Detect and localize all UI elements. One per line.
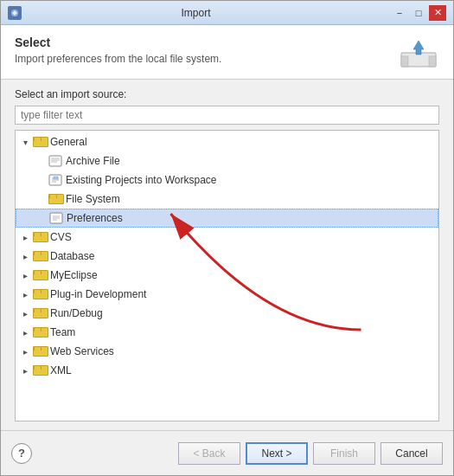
tree-label-existing-projects: Existing Projects into Workspace: [66, 174, 217, 186]
tree-item-cvs[interactable]: ▸ CVS: [16, 228, 438, 247]
expand-arrow-myeclipse: ▸: [19, 269, 31, 281]
tree-label-run-debug: Run/Debug: [50, 307, 103, 319]
svg-rect-3: [429, 56, 436, 67]
main-panel: Select an import source: ▾ General ▸: [1, 80, 453, 430]
tree-label-myeclipse: MyEclipse: [50, 269, 98, 281]
svg-rect-2: [401, 56, 408, 67]
back-button[interactable]: < Back: [178, 442, 240, 465]
folder-icon-general: [33, 136, 47, 148]
window-controls: − □ ✕: [391, 5, 446, 21]
expand-arrow-xml: ▸: [19, 364, 31, 376]
folder-icon-xml: [33, 364, 47, 376]
tree-label-preferences: Preferences: [67, 212, 123, 224]
tree-item-run-debug[interactable]: ▸ Run/Debug: [16, 304, 438, 323]
tree-item-web-services[interactable]: ▸ Web Services: [16, 342, 438, 361]
file-icon-preferences: [49, 212, 63, 224]
close-button[interactable]: ✕: [429, 5, 446, 21]
tree-item-archive-file[interactable]: ▸ Archive File: [16, 151, 438, 170]
tree-label-team: Team: [50, 326, 75, 338]
tree-label-database: Database: [50, 250, 94, 262]
expand-arrow-rundebug: ▸: [19, 307, 31, 319]
expand-arrow-plugin: ▸: [19, 288, 31, 300]
expand-arrow-web: ▸: [19, 345, 31, 357]
page-title: Select: [15, 35, 221, 49]
expand-arrow-team: ▸: [19, 326, 31, 338]
tree-item-preferences[interactable]: ▸ Preferences: [16, 209, 438, 228]
tree-label-general: General: [50, 136, 87, 148]
tree-item-team[interactable]: ▸ Team: [16, 323, 438, 342]
button-bar: ? < Back Next > Finish Cancel: [1, 430, 453, 475]
tree-item-existing-projects[interactable]: ▸ Existing Projects into Workspace: [16, 170, 438, 190]
maximize-button[interactable]: □: [410, 5, 427, 21]
folder-icon-rundebug: [33, 307, 47, 319]
file-icon-existing: [48, 174, 62, 186]
folder-icon-cvs: [33, 231, 47, 243]
folder-icon-database: [33, 250, 47, 262]
expand-arrow-cvs: ▸: [19, 231, 31, 243]
tree-label-xml: XML: [50, 364, 72, 376]
window-title: Import: [1, 7, 391, 19]
expand-arrow-database: ▸: [19, 250, 31, 262]
folder-icon-web: [33, 345, 47, 357]
tree-container[interactable]: ▾ General ▸: [15, 130, 439, 421]
svg-rect-5: [49, 156, 61, 166]
tree-item-xml[interactable]: ▸ XML: [16, 361, 438, 380]
tree-label-web-services: Web Services: [50, 345, 114, 357]
tree-label-file-system: File System: [66, 193, 120, 205]
folder-icon-filesystem: [48, 193, 62, 205]
tree-label-plugin-dev: Plug-in Development: [50, 288, 146, 300]
source-label: Select an import source:: [15, 88, 439, 100]
expand-arrow-general: ▾: [19, 136, 31, 148]
help-button[interactable]: ?: [11, 443, 32, 464]
file-icon-archive: [48, 155, 62, 167]
svg-rect-10: [54, 177, 58, 179]
page-description: Import preferences from the local file s…: [15, 53, 221, 65]
tree-item-general[interactable]: ▾ General: [16, 132, 438, 151]
tree-label-archive-file: Archive File: [66, 155, 120, 167]
import-icon: [398, 35, 439, 70]
tree-item-myeclipse[interactable]: ▸ MyEclipse: [16, 266, 438, 285]
tree-item-file-system[interactable]: ▸ File System: [16, 190, 438, 209]
next-button[interactable]: Next >: [246, 442, 308, 465]
cancel-button[interactable]: Cancel: [380, 442, 443, 465]
folder-icon-team: [33, 326, 47, 338]
tree-list: ▾ General ▸: [16, 131, 438, 382]
folder-icon-plugin: [33, 288, 47, 300]
tree-item-plugin-dev[interactable]: ▸ Plug-in Development: [16, 285, 438, 304]
tree-label-cvs: CVS: [50, 231, 72, 243]
header-panel: Select Import preferences from the local…: [1, 25, 453, 80]
filter-input[interactable]: [15, 106, 439, 125]
minimize-button[interactable]: −: [391, 5, 408, 21]
titlebar: Import − □ ✕: [1, 1, 453, 25]
folder-icon-myeclipse: [33, 269, 47, 281]
import-dialog: Import − □ ✕ Select Import preferences f…: [0, 0, 454, 476]
tree-item-database[interactable]: ▸ Database: [16, 247, 438, 266]
finish-button[interactable]: Finish: [313, 442, 375, 465]
header-text: Select Import preferences from the local…: [15, 35, 221, 65]
